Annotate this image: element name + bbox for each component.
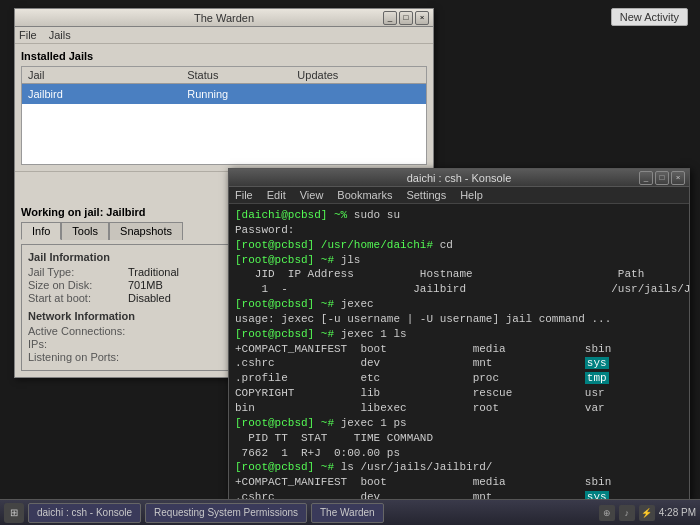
jail-name-cell: Jailbird: [22, 86, 181, 102]
tab-info[interactable]: Info: [21, 222, 61, 240]
terminal-line-3: [root@pcbsd] /usr/home/daichi# cd: [235, 238, 683, 253]
info-val-type: Traditional: [128, 266, 179, 278]
warden-menu-file[interactable]: File: [19, 29, 37, 41]
konsole-menu-edit[interactable]: Edit: [267, 189, 286, 201]
terminal-line-12: .profile etc proc tmp: [235, 371, 683, 386]
warden-titlebar: The Warden _ □ ×: [15, 9, 433, 27]
network-tray-icon[interactable]: ⊕: [599, 505, 615, 521]
info-key-connections: Active Connections:: [28, 325, 128, 337]
konsole-window: daichi : csh - Konsole _ □ × File Edit V…: [228, 168, 690, 500]
terminal-line-16: PID TT STAT TIME COMMAND: [235, 431, 683, 446]
terminal-line-1: [daichi@pcbsd] ~% sudo su: [235, 208, 683, 223]
installed-jails-title: Installed Jails: [21, 50, 427, 62]
new-activity-button[interactable]: New Activity: [611, 8, 688, 26]
info-key-type: Jail Type:: [28, 266, 128, 278]
status-col-header: Status: [181, 67, 291, 83]
konsole-menu-view[interactable]: View: [300, 189, 324, 201]
terminal-line-17: 7662 1 R+J 0:00.00 ps: [235, 446, 683, 461]
tab-snapshots[interactable]: Snapshots: [109, 222, 183, 240]
terminal-line-18: [root@pcbsd] ~# ls /usr/jails/Jailbird/: [235, 460, 683, 475]
info-val-size: 701MB: [128, 279, 163, 291]
taskbar-item-konsole[interactable]: daichi : csh - Konsole: [28, 503, 141, 523]
warden-maximize-button[interactable]: □: [399, 11, 413, 25]
terminal-line-8: usage: jexec [-u username | -U username]…: [235, 312, 683, 327]
konsole-minimize-button[interactable]: _: [639, 171, 653, 185]
terminal-line-4: [root@pcbsd] ~# jls: [235, 253, 683, 268]
konsole-menu-help[interactable]: Help: [460, 189, 483, 201]
terminal-line-14: bin libexec root var: [235, 401, 683, 416]
terminal-line-6: 1 - Jailbird /usr/jails/Jailbird: [235, 282, 683, 297]
info-key-ports: Listening on Ports:: [28, 351, 128, 363]
taskbar: ⊞ daichi : csh - Konsole Requesting Syst…: [0, 499, 700, 525]
info-key-boot: Start at boot:: [28, 292, 128, 304]
taskbar-right: ⊕ ♪ ⚡ 4:28 PM: [599, 505, 696, 521]
terminal-line-5: JID IP Address Hostname Path: [235, 267, 683, 282]
jail-status-cell: Running: [181, 86, 291, 102]
terminal-line-15: [root@pcbsd] ~# jexec 1 ps: [235, 416, 683, 431]
jail-row-jailbird[interactable]: Jailbird Running: [22, 84, 426, 104]
konsole-window-controls: _ □ ×: [639, 171, 685, 185]
terminal-line-7: [root@pcbsd] ~# jexec: [235, 297, 683, 312]
start-icon[interactable]: ⊞: [4, 503, 24, 523]
jail-updates-cell: [291, 86, 426, 102]
terminal-area[interactable]: [daichi@pcbsd] ~% sudo su Password: [roo…: [229, 204, 689, 499]
warden-close-button[interactable]: ×: [415, 11, 429, 25]
konsole-menu-bookmarks[interactable]: Bookmarks: [337, 189, 392, 201]
info-key-ips: IPs:: [28, 338, 128, 350]
taskbar-warden-label: The Warden: [320, 507, 375, 518]
warden-menu-jails[interactable]: Jails: [49, 29, 71, 41]
warden-content: Installed Jails Jail Status Updates Jail…: [15, 44, 433, 171]
updates-col-header: Updates: [291, 67, 426, 83]
warden-window-controls: _ □ ×: [383, 11, 429, 25]
konsole-close-button[interactable]: ×: [671, 171, 685, 185]
tab-tools[interactable]: Tools: [61, 222, 109, 240]
terminal-line-19: +COMPACT_MANIFEST boot media sbin: [235, 475, 683, 490]
taskbar-permissions-label: Requesting System Permissions: [154, 507, 298, 518]
terminal-line-9: [root@pcbsd] ~# jexec 1 ls: [235, 327, 683, 342]
konsole-menubar: File Edit View Bookmarks Settings Help: [229, 187, 689, 204]
warden-menubar: File Jails: [15, 27, 433, 44]
jail-col-header: Jail: [22, 67, 181, 83]
konsole-maximize-button[interactable]: □: [655, 171, 669, 185]
konsole-menu-settings[interactable]: Settings: [406, 189, 446, 201]
warden-title: The Warden: [194, 12, 254, 24]
konsole-menu-file[interactable]: File: [235, 189, 253, 201]
battery-tray-icon[interactable]: ⚡: [639, 505, 655, 521]
terminal-line-20: .cshrc dev mnt sys: [235, 490, 683, 499]
terminal-line-13: COPYRIGHT lib rescue usr: [235, 386, 683, 401]
jails-table-header: Jail Status Updates: [22, 67, 426, 84]
warden-minimize-button[interactable]: _: [383, 11, 397, 25]
volume-tray-icon[interactable]: ♪: [619, 505, 635, 521]
jails-table: Jail Status Updates Jailbird Running: [21, 66, 427, 165]
terminal-line-2: Password:: [235, 223, 683, 238]
info-val-boot: Disabled: [128, 292, 171, 304]
konsole-title: daichi : csh - Konsole: [407, 172, 512, 184]
taskbar-item-warden[interactable]: The Warden: [311, 503, 384, 523]
jails-empty-area: [22, 104, 426, 164]
terminal-line-11: .cshrc dev mnt sys: [235, 356, 683, 371]
taskbar-konsole-label: daichi : csh - Konsole: [37, 507, 132, 518]
konsole-titlebar: daichi : csh - Konsole _ □ ×: [229, 169, 689, 187]
clock: 4:28 PM: [659, 507, 696, 518]
info-key-size: Size on Disk:: [28, 279, 128, 291]
taskbar-item-permissions[interactable]: Requesting System Permissions: [145, 503, 307, 523]
terminal-line-10: +COMPACT_MANIFEST boot media sbin: [235, 342, 683, 357]
